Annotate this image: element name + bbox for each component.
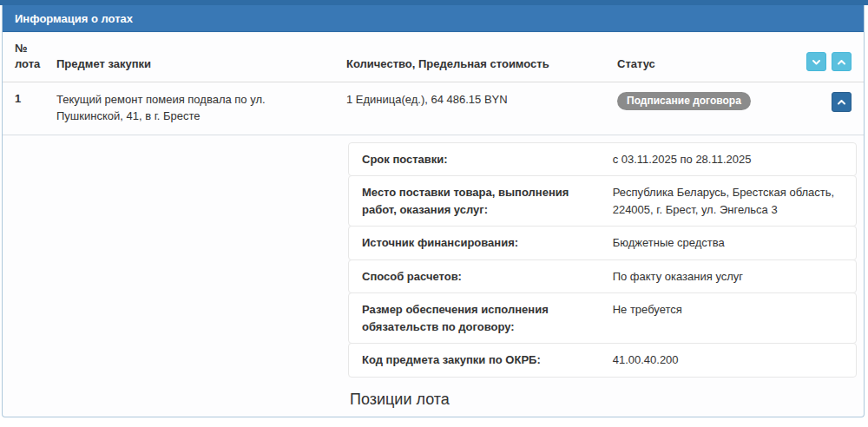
detail-row: Способ расчетов:По факту оказания услуг (348, 259, 857, 294)
detail-row: Место поставки товара, выполнения работ,… (348, 175, 857, 227)
collapse-lot-button[interactable] (832, 92, 852, 112)
lot-status-cell: Подписание договора (617, 92, 799, 110)
column-header-subject: Предмет закупки (56, 56, 346, 72)
lot-table-row: 1 Текущий ремонт помеия подвала по ул. П… (3, 82, 864, 135)
status-badge: Подписание договора (617, 92, 751, 110)
table-header-row: № лота Предмет закупки Количество, Преде… (3, 32, 864, 82)
lot-details-section: Срок поставки:с 03.11.2025 по 28.11.2025… (3, 135, 864, 417)
lot-number: 1 (15, 92, 56, 105)
chevron-up-icon (836, 56, 847, 68)
column-header-status: Статус (617, 56, 799, 72)
panel-header: Информация о лотах (3, 5, 864, 32)
detail-value: Республика Беларусь, Брестская область, … (613, 184, 856, 218)
chevron-up-icon (836, 96, 847, 108)
sort-controls (799, 52, 852, 71)
lot-subject: Текущий ремонт помеия подвала по ул. Пуш… (56, 92, 346, 125)
detail-label: Срок поставки: (349, 151, 613, 168)
lot-details-table: Срок поставки:с 03.11.2025 по 28.11.2025… (348, 142, 857, 378)
detail-label: Источник финансирования: (349, 234, 613, 252)
detail-row: Размер обеспечения исполнения обязательс… (348, 292, 857, 344)
detail-label: Размер обеспечения исполнения обязательс… (349, 301, 613, 335)
detail-row: Источник финансирования:Бюджетные средст… (348, 226, 857, 260)
detail-value: Не требуется (613, 301, 856, 335)
detail-row: Срок поставки:с 03.11.2025 по 28.11.2025 (348, 142, 857, 177)
chevron-down-icon (811, 56, 822, 68)
detail-value: По факту оказания услуг (613, 268, 856, 286)
panel-title: Информация о лотах (15, 12, 133, 25)
lots-panel: Информация о лотах № лота Предмет закупк… (2, 5, 865, 417)
detail-row: Код предмета закупки по ОКРБ:41.00.40.20… (348, 343, 857, 378)
column-header-quantity: Количество, Предельная стоимость (346, 56, 617, 72)
lot-positions-title: Позиции лота (350, 391, 857, 409)
detail-value: с 03.11.2025 по 28.11.2025 (613, 151, 856, 168)
column-header-lot-number: № лота (15, 41, 56, 71)
detail-label: Код предмета закупки по ОКРБ: (349, 351, 613, 369)
detail-label: Место поставки товара, выполнения работ,… (349, 184, 613, 218)
sort-descending-button[interactable] (806, 52, 826, 71)
lot-quantity-cost: 1 Единица(ед.), 64 486.15 BYN (346, 92, 617, 108)
collapse-cell (799, 92, 852, 112)
detail-value: 41.00.40.200 (613, 351, 856, 369)
sort-ascending-button[interactable] (832, 52, 852, 71)
detail-value: Бюджетные средства (613, 234, 856, 252)
detail-label: Способ расчетов: (349, 268, 613, 286)
